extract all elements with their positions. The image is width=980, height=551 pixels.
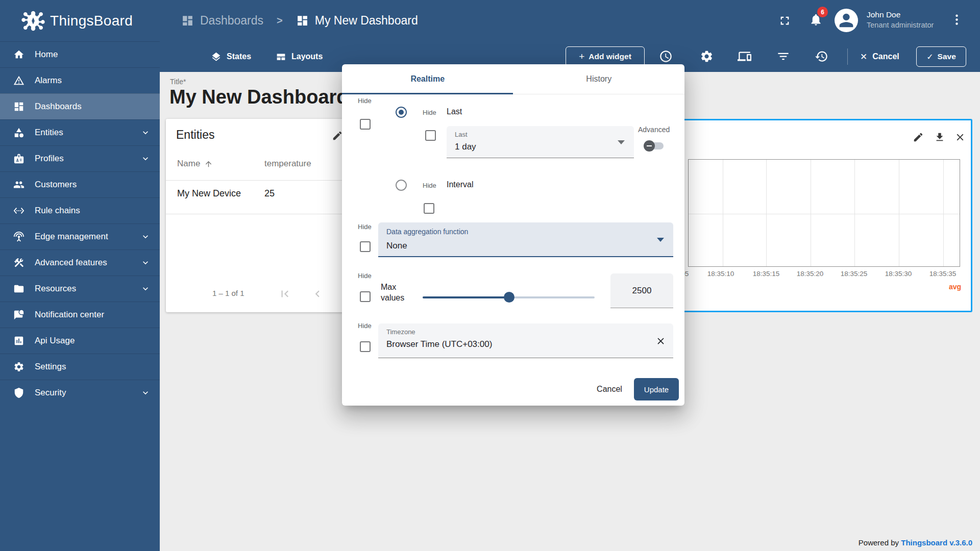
cell-device-name[interactable]: My New Device bbox=[177, 188, 241, 199]
breadcrumb: Dashboards > My New Dashboard bbox=[181, 0, 418, 41]
close-icon[interactable] bbox=[954, 132, 966, 143]
cancel-edit-button[interactable]: ✕ Cancel bbox=[860, 41, 899, 72]
user-role: Tenant administrator bbox=[867, 20, 934, 30]
advanced-label: Advanced bbox=[638, 126, 670, 134]
active-tab-indicator bbox=[342, 93, 513, 94]
tab-history[interactable]: History bbox=[513, 64, 685, 94]
timezone-select[interactable]: Timezone Browser Time (UTC+03:00) bbox=[378, 323, 673, 358]
last-select[interactable]: Last 1 day bbox=[447, 126, 634, 158]
legend-avg[interactable]: avg bbox=[949, 283, 961, 291]
filters-icon[interactable] bbox=[776, 49, 790, 63]
warning-icon bbox=[13, 75, 24, 86]
pagination-range: 1 – 1 of 1 bbox=[212, 289, 244, 297]
last-radio-label: Last bbox=[447, 107, 462, 116]
hide-timewindow-checkbox[interactable] bbox=[360, 119, 371, 130]
time-window-icon[interactable] bbox=[659, 49, 673, 63]
breadcrumb-separator: > bbox=[277, 15, 283, 27]
sidebar: ThingsBoard Home Alarms Dashboards Entit… bbox=[0, 0, 160, 551]
sort-ascending-icon bbox=[204, 160, 213, 168]
timeseries-chart-widget[interactable]: 18:35:05 18:35:10 18:35:15 18:35:20 18:3… bbox=[681, 119, 972, 312]
cell-temperature: 25 bbox=[264, 188, 275, 199]
sidebar-item-entities[interactable]: Entities bbox=[0, 119, 160, 145]
column-header-name[interactable]: Name bbox=[177, 159, 213, 169]
sidebar-item-rule-chains[interactable]: Rule chains bbox=[0, 197, 160, 223]
table-divider bbox=[166, 214, 348, 214]
entity-aliases-icon[interactable] bbox=[738, 49, 751, 63]
breadcrumb-current-dashboard-icon bbox=[296, 14, 309, 27]
edge-management-icon bbox=[13, 231, 24, 242]
add-widget-button[interactable]: + Add widget bbox=[566, 46, 645, 67]
person-icon bbox=[836, 10, 856, 31]
profiles-icon bbox=[13, 153, 24, 164]
slider-thumb[interactable] bbox=[504, 292, 514, 303]
x-axis-tick: 18:35:25 bbox=[841, 270, 868, 278]
chevron-down-icon bbox=[140, 258, 151, 268]
tab-realtime[interactable]: Realtime bbox=[342, 64, 513, 94]
sidebar-item-alarms[interactable]: Alarms bbox=[0, 67, 160, 93]
modal-cancel-button[interactable]: Cancel bbox=[587, 378, 632, 400]
sidebar-item-dashboards[interactable]: Dashboards bbox=[0, 93, 160, 119]
interval-radio-label: Interval bbox=[447, 180, 473, 189]
chevron-down-icon bbox=[140, 128, 151, 138]
sidebar-item-edge-management[interactable]: Edge management bbox=[0, 223, 160, 249]
dashboard-title-input[interactable]: My New Dashboard bbox=[169, 86, 349, 108]
hide-label: Hide bbox=[358, 272, 372, 280]
x-axis-tick: 18:35:20 bbox=[797, 270, 824, 278]
gridline bbox=[854, 160, 855, 266]
advanced-toggle[interactable] bbox=[645, 142, 664, 149]
user-menu[interactable]: John Doe Tenant administrator bbox=[867, 9, 934, 30]
dropdown-caret-icon bbox=[657, 238, 664, 242]
sidebar-item-notification-center[interactable]: Notification center bbox=[0, 302, 160, 328]
sidebar-item-settings[interactable]: Settings bbox=[0, 354, 160, 380]
time-window-modal: Realtime History Hide Hide Last Last 1 d… bbox=[342, 64, 684, 406]
save-button[interactable]: ✓ Save bbox=[916, 46, 966, 67]
clear-timezone-icon[interactable] bbox=[655, 336, 666, 346]
states-button[interactable]: States bbox=[211, 41, 251, 72]
entities-icon bbox=[13, 127, 24, 138]
thingsboard-version-link[interactable]: Thingsboard v.3.6.0 bbox=[901, 538, 972, 547]
chevron-down-icon bbox=[140, 154, 151, 164]
avatar[interactable] bbox=[835, 9, 858, 32]
sidebar-item-customers[interactable]: Customers bbox=[0, 171, 160, 197]
last-radio[interactable] bbox=[396, 107, 407, 118]
column-header-temperature[interactable]: temperature bbox=[264, 159, 311, 169]
hide-interval-checkbox[interactable] bbox=[424, 203, 434, 214]
check-icon: ✓ bbox=[926, 52, 933, 62]
edit-pencil-icon[interactable] bbox=[332, 130, 343, 141]
chevron-down-icon bbox=[140, 284, 151, 294]
download-icon[interactable] bbox=[934, 132, 945, 143]
breadcrumb-parent[interactable]: Dashboards bbox=[200, 14, 263, 28]
sidebar-item-security[interactable]: Security bbox=[0, 380, 160, 406]
sidebar-item-home[interactable]: Home bbox=[0, 41, 160, 67]
modal-update-button[interactable]: Update bbox=[634, 378, 679, 400]
version-control-icon[interactable] bbox=[815, 49, 828, 63]
user-name: John Doe bbox=[867, 9, 934, 20]
slider-fill bbox=[423, 296, 509, 298]
max-values-input[interactable]: 2500 bbox=[610, 273, 673, 308]
max-values-slider[interactable] bbox=[423, 296, 595, 298]
more-vert-icon[interactable] bbox=[950, 13, 964, 27]
interval-radio[interactable] bbox=[396, 180, 407, 191]
logo[interactable]: ThingsBoard bbox=[0, 0, 160, 41]
hide-timezone-checkbox[interactable] bbox=[360, 341, 371, 352]
breadcrumb-dashboards-icon bbox=[181, 14, 194, 27]
chevron-down-icon bbox=[140, 232, 151, 242]
advanced-features-icon bbox=[13, 257, 24, 268]
modal-tabs: Realtime History bbox=[342, 64, 684, 94]
edit-pencil-icon[interactable] bbox=[913, 132, 924, 143]
dashboard-settings-icon[interactable] bbox=[700, 49, 714, 63]
fullscreen-icon[interactable] bbox=[778, 14, 792, 28]
hide-last-checkbox[interactable] bbox=[425, 130, 436, 141]
sidebar-item-resources[interactable]: Resources bbox=[0, 276, 160, 302]
first-page-icon[interactable] bbox=[278, 287, 291, 300]
hide-max-values-checkbox[interactable] bbox=[360, 291, 371, 302]
sidebar-item-profiles[interactable]: Profiles bbox=[0, 145, 160, 171]
plus-icon: + bbox=[579, 51, 584, 62]
previous-page-icon[interactable] bbox=[311, 287, 324, 300]
aggregation-select[interactable]: Data aggregation function None bbox=[378, 222, 673, 257]
sidebar-item-api-usage[interactable]: Api Usage bbox=[0, 328, 160, 354]
hide-aggregation-checkbox[interactable] bbox=[360, 241, 371, 252]
sidebar-item-advanced-features[interactable]: Advanced features bbox=[0, 249, 160, 276]
gridline bbox=[943, 160, 944, 266]
layouts-button[interactable]: Layouts bbox=[276, 41, 323, 72]
